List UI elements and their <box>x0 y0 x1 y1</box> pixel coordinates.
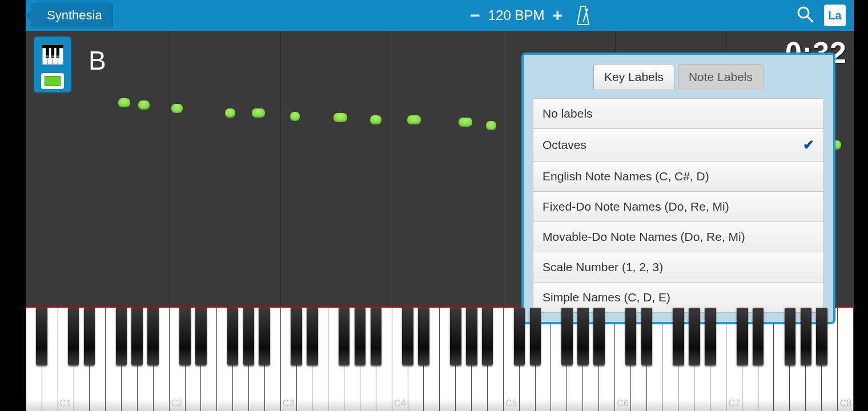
popup-option[interactable]: Fixed-Do Note Names (Do, Re, Mi) <box>533 192 823 222</box>
popup-option-label: Simple Names (C, D, E) <box>542 291 670 304</box>
popup-option[interactable]: Scale Number (1, 2, 3) <box>533 252 823 283</box>
black-key[interactable] <box>84 308 95 365</box>
octave-label: C4 <box>394 398 405 409</box>
white-key[interactable] <box>838 308 854 411</box>
black-key[interactable] <box>593 308 605 365</box>
falling-note <box>252 108 265 118</box>
black-key[interactable] <box>737 308 748 365</box>
black-key[interactable] <box>816 308 827 365</box>
falling-note <box>118 98 130 107</box>
black-key[interactable] <box>482 308 493 365</box>
black-key[interactable] <box>116 308 127 365</box>
octave-label: C8 <box>840 398 851 409</box>
popup-tab[interactable]: Note Labels <box>678 64 763 90</box>
black-key[interactable] <box>466 308 477 365</box>
falling-note <box>370 115 381 124</box>
falling-note <box>459 118 472 127</box>
back-button-label: Synthesia <box>47 8 102 23</box>
falling-note <box>333 113 347 122</box>
black-key[interactable] <box>227 308 239 365</box>
black-key[interactable] <box>371 308 382 365</box>
black-key[interactable] <box>307 308 318 365</box>
popup-option-label: Fixed-Do Note Names (Do, Re, Mi) <box>542 200 729 213</box>
black-key[interactable] <box>801 308 812 365</box>
note-label-button[interactable]: La <box>824 5 846 26</box>
app-root: Synthesia − 120 BPM + La <box>0 0 868 411</box>
track-color-button[interactable] <box>41 73 64 89</box>
popup-option-label: Octaves <box>542 138 586 152</box>
top-right-icons: La <box>795 0 846 31</box>
black-key[interactable] <box>195 308 207 365</box>
black-key[interactable] <box>577 308 589 365</box>
octave-label: C1 <box>59 398 71 409</box>
black-key[interactable] <box>705 308 716 365</box>
black-key[interactable] <box>355 308 366 365</box>
black-key[interactable] <box>753 308 764 365</box>
black-key[interactable] <box>561 308 573 365</box>
black-key[interactable] <box>131 308 143 365</box>
black-key[interactable] <box>418 308 429 365</box>
black-key[interactable] <box>530 308 541 365</box>
key-labels-popup: Key LabelsNote Labels No labelsOctaves✔E… <box>521 53 835 324</box>
octave-label: C3 <box>283 398 294 409</box>
octave-label: C2 <box>171 398 183 409</box>
octave-label: C6 <box>617 398 628 409</box>
popup-option[interactable]: Octaves✔ <box>533 129 823 162</box>
black-key[interactable] <box>673 308 684 365</box>
instrument-icon[interactable]: 🎹 <box>37 40 68 68</box>
black-key[interactable] <box>641 308 653 365</box>
metronome-icon[interactable] <box>575 5 591 26</box>
bpm-control: − 120 BPM + <box>468 6 565 25</box>
octave-label: C7 <box>729 398 740 409</box>
check-icon: ✔ <box>803 137 814 153</box>
svg-line-2 <box>807 17 813 22</box>
black-key[interactable] <box>259 308 270 365</box>
popup-option-label: Scale Number (1, 2, 3) <box>542 260 663 274</box>
bpm-plus-button[interactable]: + <box>550 6 565 25</box>
black-key[interactable] <box>36 308 47 365</box>
note-label-button-text: La <box>828 9 841 22</box>
top-bar: Synthesia − 120 BPM + La <box>26 0 854 31</box>
black-key[interactable] <box>68 308 79 365</box>
black-key[interactable] <box>339 308 350 365</box>
falling-note <box>486 121 496 130</box>
popup-option[interactable]: No labels <box>533 99 823 129</box>
black-key[interactable] <box>402 308 413 365</box>
back-button[interactable]: Synthesia <box>31 3 113 27</box>
black-key[interactable] <box>785 308 796 365</box>
track-letter: B <box>89 45 106 76</box>
black-key[interactable] <box>291 308 302 365</box>
black-key[interactable] <box>450 308 461 365</box>
popup-option[interactable]: Movable-Do Note Names (Do, Re, Mi) <box>533 222 823 252</box>
black-key[interactable] <box>625 308 637 365</box>
popup-option[interactable]: English Note Names (C, C#, D) <box>533 162 823 192</box>
black-key[interactable] <box>689 308 700 365</box>
falling-note <box>225 108 235 118</box>
track-control: 🎹 <box>34 37 71 92</box>
popup-tab[interactable]: Key Labels <box>593 64 674 90</box>
octave-label: C5 <box>505 398 517 409</box>
bpm-minus-button[interactable]: − <box>468 6 483 25</box>
popup-option-label: Movable-Do Note Names (Do, Re, Mi) <box>542 230 745 244</box>
bpm-value: 120 BPM <box>488 7 545 23</box>
black-key[interactable] <box>243 308 255 365</box>
black-key[interactable] <box>179 308 191 365</box>
popup-option-label: English Note Names (C, C#, D) <box>542 170 709 183</box>
falling-note <box>171 104 183 113</box>
popup-option-list: No labelsOctaves✔English Note Names (C, … <box>533 98 824 313</box>
search-icon[interactable] <box>795 5 815 26</box>
stage: Synthesia − 120 BPM + La <box>26 0 854 411</box>
popup-tabs: Key LabelsNote Labels <box>533 64 824 90</box>
falling-note <box>407 115 420 124</box>
black-key[interactable] <box>147 308 159 365</box>
falling-note <box>138 100 150 110</box>
black-key[interactable] <box>514 308 525 365</box>
popup-option-label: No labels <box>542 107 593 120</box>
falling-note <box>290 112 300 121</box>
